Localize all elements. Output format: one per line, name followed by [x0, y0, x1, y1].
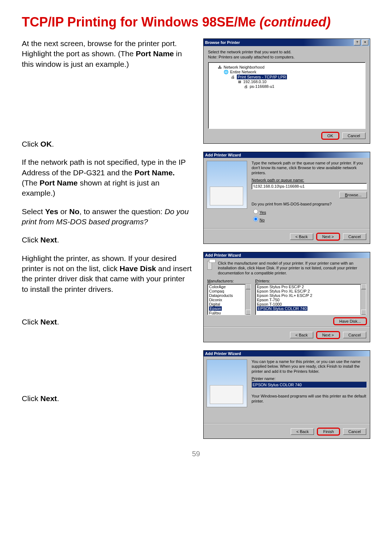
browse-button[interactable]: BBrowse...rowse... [339, 192, 367, 198]
instruction-column: At the next screen, browse for the print… [22, 38, 192, 439]
title-continued: (continued) [260, 15, 331, 29]
finish-button[interactable]: Finish [318, 428, 339, 435]
printer-tree[interactable]: 🖧Network Neighborhood 🌐Entire Network 🖨P… [208, 62, 366, 129]
dialog-intro-1: Select the network printer that you want… [208, 50, 366, 55]
printer-name-label: Printer name: [252, 376, 367, 381]
network-icon: 🖧 [217, 65, 222, 69]
add-printer-wizard-model: Add Printer Wizard Click the manufacture… [203, 252, 370, 342]
title-main: TCP/IP Printing for Windows 98SE/Me [22, 15, 260, 29]
printer-icon: 🖨 [243, 84, 248, 89]
back-button[interactable]: < Back [291, 428, 314, 435]
browse-printer-dialog: Browse for Printer ? × Select the networ… [203, 38, 370, 144]
ok-button[interactable]: OK [322, 132, 339, 139]
scrollbar[interactable] [360, 284, 366, 315]
dial-title: Add Printer Wizard [205, 253, 368, 257]
manufacturer-selected[interactable]: Epson [209, 306, 222, 311]
next-button[interactable]: Next > [317, 233, 339, 240]
server-icon: 🖨 [230, 75, 235, 79]
dialog-title: Add Printer Wizard [205, 153, 368, 157]
wizard-image [207, 359, 247, 407]
wizard-desc: Type the network path or the queue name … [252, 161, 367, 176]
dialog-intro-2: Note: Printers are usually attached to c… [208, 55, 366, 60]
computer-icon: 🖥 [237, 79, 242, 84]
dialog-title: Add Printer Wizard [205, 351, 368, 356]
add-printer-wizard-name: Add Printer Wizard You can type a name f… [203, 350, 370, 439]
close-button[interactable]: × [362, 40, 368, 45]
dialog-title: Browse for Printer [205, 40, 352, 45]
cancel-button[interactable]: Cancel [343, 428, 366, 435]
add-printer-wizard-path: Add Printer Wizard Type the network path… [203, 152, 370, 244]
help-button[interactable]: ? [354, 40, 360, 45]
default-printer-note: Your Windows-based programs will use thi… [252, 394, 367, 404]
printer-icon [207, 261, 212, 270]
scrollbar[interactable] [245, 284, 250, 315]
page-title: TCP/IP Printing for Windows 98SE/Me (con… [22, 15, 370, 30]
path-label: Network path or queue name: [252, 178, 367, 182]
page-number: 59 [22, 450, 370, 458]
cancel-button[interactable]: Cancel [343, 332, 366, 338]
wizard-desc: You can type a name for this printer, or… [252, 359, 367, 374]
printers-list[interactable]: Epson Stylus Pro ESC/P 2 Epson Stylus Pr… [255, 284, 366, 315]
cancel-button[interactable]: Cancel [343, 233, 366, 240]
printers-label: Printers: [255, 279, 366, 284]
wizard-image [207, 161, 247, 209]
back-button[interactable]: < Back [290, 233, 313, 240]
printer-selected[interactable]: EPSON Stylus COLOR 740 [257, 306, 307, 311]
manufacturers-list[interactable]: ColorAge Compaq Dataproducts Diconix Dig… [207, 284, 251, 315]
tree-selected[interactable]: Print Servers - TCP/IP LPR [237, 74, 287, 79]
next-button[interactable]: Next > [317, 332, 339, 338]
have-disk-button[interactable]: Have Disk... [334, 318, 366, 325]
printer-name-input[interactable]: EPSON Stylus COLOR 740 [252, 381, 367, 388]
wizard-desc: Click the manufacturer and model of your… [218, 261, 366, 276]
no-radio[interactable] [253, 217, 258, 221]
msdos-question: Do you print from MS-DOS-based programs? [252, 202, 367, 207]
globe-icon: 🌐 [224, 70, 229, 74]
cancel-button[interactable]: Cancel [342, 132, 366, 139]
manufacturers-label: Manufacturers: [207, 279, 251, 284]
yes-radio[interactable] [253, 209, 258, 214]
back-button[interactable]: < Back [290, 332, 313, 338]
network-path-input[interactable] [252, 183, 367, 189]
